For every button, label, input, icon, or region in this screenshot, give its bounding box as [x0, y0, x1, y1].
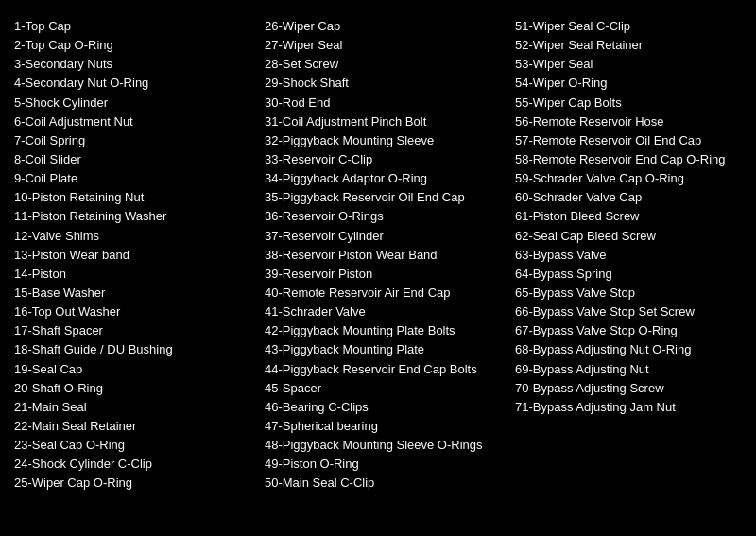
list-item: 62-Seal Cap Bleed Screw	[515, 227, 756, 246]
list-item: 52-Wiper Seal Retainer	[515, 36, 756, 55]
list-item: 38-Reservoir Piston Wear Band	[265, 246, 506, 265]
list-item: 37-Reservoir Cylinder	[265, 227, 506, 246]
list-item: 22-Main Seal Retainer	[14, 417, 255, 436]
column-3: 51-Wiper Seal C-Clip52-Wiper Seal Retain…	[515, 9, 756, 417]
list-item: 6-Coil Adjustment Nut	[14, 112, 255, 131]
list-item: 35-Piggyback Reservoir Oil End Cap	[265, 188, 506, 207]
list-item: 71-Bypass Adjusting Jam Nut	[515, 398, 756, 417]
list-item: 23-Seal Cap O-Ring	[14, 436, 255, 455]
list-item: 11-Piston Retaining Washer	[14, 207, 255, 226]
list-item: 42-Piggyback Mounting Plate Bolts	[265, 321, 506, 340]
list-item: 21-Main Seal	[14, 398, 255, 417]
list-item: 56-Remote Reservoir Hose	[515, 112, 756, 131]
list-item: 28-Set Screw	[265, 55, 506, 74]
list-item: 24-Shock Cylinder C-Clip	[14, 455, 255, 474]
list-item: 53-Wiper Seal	[515, 55, 756, 74]
list-item: 14-Piston	[14, 265, 255, 284]
list-item: 4-Secondary Nut O-Ring	[14, 74, 255, 93]
list-item: 26-Wiper Cap	[265, 17, 506, 36]
list-item: 10-Piston Retaining Nut	[14, 188, 255, 207]
list-item: 30-Rod End	[265, 94, 506, 112]
list-item: 8-Coil Slider	[14, 150, 255, 169]
list-item: 65-Bypass Valve Stop	[515, 284, 756, 303]
list-item: 19-Seal Cap	[14, 360, 255, 379]
list-item: 25-Wiper Cap O-Ring	[14, 474, 255, 493]
column-2: 26-Wiper Cap27-Wiper Seal28-Set Screw29-…	[265, 9, 515, 493]
list-item: 27-Wiper Seal	[265, 36, 506, 55]
list-item: 61-Piston Bleed Screw	[515, 207, 756, 226]
list-item: 39-Reservoir Piston	[265, 265, 506, 284]
list-item: 46-Bearing C-Clips	[265, 398, 506, 417]
list-item: 47-Spherical bearing	[265, 417, 506, 436]
list-item: 48-Piggyback Mounting Sleeve O-Rings	[265, 436, 506, 455]
list-item: 44-Piggyback Reservoir End Cap Bolts	[265, 360, 506, 379]
list-item: 60-Schrader Valve Cap	[515, 188, 756, 207]
list-item: 63-Bypass Valve	[515, 246, 756, 265]
list-item: 41-Schrader Valve	[265, 303, 506, 321]
list-item: 13-Piston Wear band	[14, 246, 255, 265]
list-item: 40-Remote Reservoir Air End Cap	[265, 284, 506, 303]
parts-list: 1-Top Cap2-Top Cap O-Ring3-Secondary Nut…	[14, 9, 742, 493]
list-item: 2-Top Cap O-Ring	[14, 36, 255, 55]
list-item: 45-Spacer	[265, 379, 506, 398]
list-item: 31-Coil Adjustment Pinch Bolt	[265, 112, 506, 131]
list-item: 18-Shaft Guide / DU Bushing	[14, 340, 255, 359]
list-item: 20-Shaft O-Ring	[14, 379, 255, 398]
list-item: 59-Schrader Valve Cap O-Ring	[515, 169, 756, 188]
list-item: 57-Remote Reservoir Oil End Cap	[515, 131, 756, 150]
list-item: 54-Wiper O-Ring	[515, 74, 756, 93]
list-item: 5-Shock Cylinder	[14, 94, 255, 112]
list-item: 12-Valve Shims	[14, 227, 255, 246]
list-item: 64-Bypass Spring	[515, 265, 756, 284]
list-item: 69-Bypass Adjusting Nut	[515, 360, 756, 379]
list-item: 3-Secondary Nuts	[14, 55, 255, 74]
list-item: 7-Coil Spring	[14, 131, 255, 150]
list-item: 50-Main Seal C-Clip	[265, 474, 506, 493]
list-item: 67-Bypass Valve Stop O-Ring	[515, 321, 756, 340]
list-item: 70-Bypass Adjusting Screw	[515, 379, 756, 398]
list-item: 32-Piggyback Mounting Sleeve	[265, 131, 506, 150]
list-item: 9-Coil Plate	[14, 169, 255, 188]
list-item: 16-Top Out Washer	[14, 303, 255, 321]
list-item: 51-Wiper Seal C-Clip	[515, 17, 756, 36]
list-item: 36-Reservoir O-Rings	[265, 207, 506, 226]
list-item: 1-Top Cap	[14, 17, 255, 36]
list-item: 29-Shock Shaft	[265, 74, 506, 93]
list-item: 15-Base Washer	[14, 284, 255, 303]
list-item: 55-Wiper Cap Bolts	[515, 94, 756, 112]
list-item: 33-Reservoir C-Clip	[265, 150, 506, 169]
list-item: 68-Bypass Adjusting Nut O-Ring	[515, 340, 756, 359]
list-item: 49-Piston O-Ring	[265, 455, 506, 474]
list-item: 58-Remote Reservoir End Cap O-Ring	[515, 150, 756, 169]
list-item: 34-Piggyback Adaptor O-Ring	[265, 169, 506, 188]
column-1: 1-Top Cap2-Top Cap O-Ring3-Secondary Nut…	[14, 9, 265, 493]
list-item: 17-Shaft Spacer	[14, 321, 255, 340]
list-item: 66-Bypass Valve Stop Set Screw	[515, 303, 756, 321]
list-item: 43-Piggyback Mounting Plate	[265, 340, 506, 359]
